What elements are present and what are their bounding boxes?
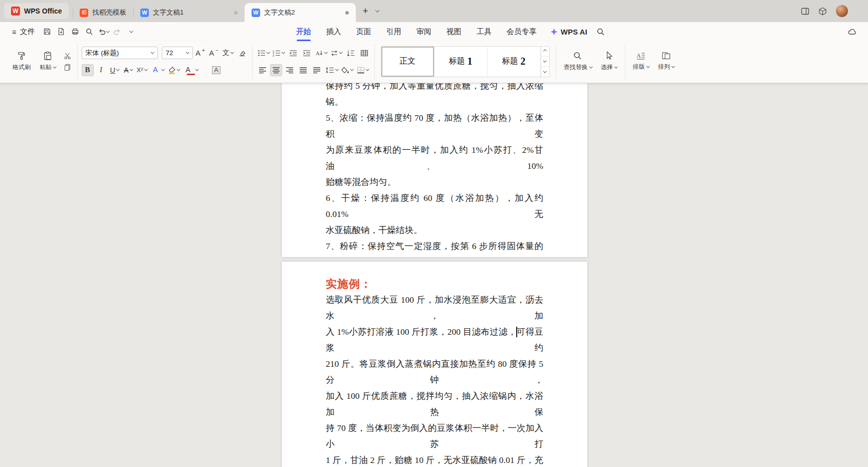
file-menu-button[interactable]: ≡ 文件 (7, 24, 40, 39)
home-tab-label: WPS Office (24, 7, 62, 15)
print-preview-button[interactable] (82, 25, 96, 39)
line-spacing-button[interactable] (324, 64, 339, 76)
style-scroll-down-button[interactable] (541, 56, 549, 66)
new-tab-button[interactable]: + (359, 5, 372, 18)
shrink-font-button[interactable]: A− (208, 47, 220, 59)
format-painter-button[interactable]: 格式刷 (9, 50, 34, 73)
tab-wps-ai[interactable]: WPS AI (544, 22, 593, 41)
bullet-list-button[interactable] (257, 47, 271, 59)
undo-icon (98, 28, 106, 36)
strikethrough-button[interactable]: A (122, 64, 134, 76)
paste-label: 粘贴 (40, 63, 52, 72)
redo-button[interactable] (110, 25, 124, 39)
select-button[interactable]: 选择 (597, 50, 621, 73)
print-button[interactable] (68, 25, 82, 39)
text-tool-icon: 文 (223, 48, 230, 58)
export-pdf-button[interactable] (54, 25, 68, 39)
search-button[interactable] (593, 24, 608, 39)
underline-button[interactable]: U (109, 64, 121, 76)
svg-text:3: 3 (273, 54, 274, 57)
char-shading-button[interactable]: A (210, 64, 223, 76)
decrease-indent-icon (289, 50, 297, 57)
decrease-indent-button[interactable] (287, 47, 299, 59)
style-gallery-expand-button[interactable] (541, 66, 549, 76)
increase-indent-button[interactable] (301, 47, 313, 59)
wps-home-tab[interactable]: W WPS Office (4, 3, 69, 19)
redo-icon (113, 28, 121, 36)
chevron-up-icon (543, 50, 546, 53)
doc-line: 1 斤，甘油 2 斤，贻糖 10 斤，无水亚硫酸钠 0.01 斤，充分 (326, 452, 543, 467)
eraser-icon (238, 49, 246, 57)
unsaved-dot (234, 11, 238, 15)
document-page-2[interactable]: 实施例： 选取风干优质大豆 100 斤，加水浸泡至膨大适宜，沥去水，加 入 1%… (282, 262, 587, 467)
style-heading-2[interactable]: 标题 2 (488, 47, 541, 77)
undo-button[interactable] (96, 25, 110, 39)
file-menu-label: 文件 (20, 27, 35, 37)
grow-font-button[interactable]: A+ (194, 47, 206, 59)
side-panel-button[interactable] (801, 8, 809, 15)
text-caret (516, 327, 517, 337)
find-replace-button[interactable]: 查找替换 (560, 50, 596, 73)
text-effects-button[interactable]: A (149, 64, 165, 76)
chevron-down-icon (129, 29, 133, 33)
numbered-list-button[interactable]: 123 (272, 47, 286, 59)
align-left-icon (259, 67, 267, 74)
doc-line: 持 70 度，当体积变为倒入的豆浆体积一半时，一次加入小苏打 (326, 420, 543, 452)
app-center-button[interactable] (818, 7, 827, 16)
align-center-button[interactable] (270, 64, 282, 76)
typeset-label: 排版 (633, 63, 645, 71)
style-heading-1[interactable]: 标题 1 (435, 47, 488, 77)
sort-button[interactable] (345, 47, 357, 59)
doc-line: 保持约 5 分钟，加入等重量优质蔗糖，搅匀，抽入浓缩锅。 (326, 83, 543, 110)
tab-page[interactable]: 页面 (349, 22, 379, 41)
tab-tools[interactable]: 工具 (469, 22, 499, 41)
tab-reference[interactable]: 引用 (379, 22, 409, 41)
highlight-button[interactable] (167, 64, 181, 76)
font-color-button[interactable]: A (182, 64, 209, 76)
tab-review[interactable]: 审阅 (409, 22, 439, 41)
text-tool-button[interactable]: 文 (222, 47, 235, 59)
save-button[interactable] (40, 25, 54, 39)
align-right-button[interactable] (284, 64, 296, 76)
justify-button[interactable] (297, 64, 309, 76)
tab-home[interactable]: 开始 (289, 22, 319, 41)
paste-button[interactable]: 粘贴 (36, 50, 60, 73)
wps-ai-label: WPS AI (561, 28, 587, 36)
arrange-button[interactable]: 排列 (655, 51, 678, 72)
cut-button[interactable] (64, 52, 71, 60)
document-page-1[interactable]: 保持约 5 分钟，加入等重量优质蔗糖，搅匀，抽入浓缩锅。 5、浓缩：保持温度约 … (282, 83, 587, 257)
format-painter-icon (17, 51, 27, 61)
tab-insert[interactable]: 插入 (319, 22, 349, 41)
borders-button[interactable] (356, 64, 370, 76)
style-label: 正文 (399, 56, 415, 67)
avatar[interactable] (836, 5, 848, 17)
superscript-button[interactable]: X² (136, 64, 148, 76)
tab-view[interactable]: 视图 (439, 22, 469, 41)
font-name-select[interactable]: 宋体 (标题) (82, 47, 158, 59)
tab-docer-templates[interactable]: 稻 找稻壳模板 (73, 3, 133, 22)
style-normal[interactable]: 正文 (381, 47, 435, 77)
text-direction-button[interactable]: A (314, 47, 328, 59)
copy-button[interactable] (64, 64, 71, 71)
clear-format-button[interactable] (236, 47, 248, 59)
distribute-button[interactable] (311, 64, 323, 76)
bold-button[interactable]: B (82, 64, 94, 76)
shading-button[interactable] (340, 64, 354, 76)
align-left-button[interactable] (257, 64, 269, 76)
table-icon (360, 50, 368, 57)
typeset-button[interactable]: A 排版 (629, 51, 653, 72)
insert-table-button[interactable] (358, 47, 370, 59)
cjk-layout-button[interactable] (329, 47, 343, 59)
tab-document-2[interactable]: W 文字文稿2 (245, 3, 356, 22)
tab-document-1[interactable]: W 文字文稿1 (133, 3, 245, 22)
doc-line: 为原来豆浆体积的一半时，加入约 1%小苏打、2%甘油、10% (326, 142, 543, 174)
more-commands-button[interactable] (124, 25, 138, 39)
chevron-down-icon (614, 65, 617, 68)
italic-button[interactable]: I (95, 64, 107, 76)
cloud-sync-button[interactable] (847, 28, 858, 36)
tab-member[interactable]: 会员专享 (499, 22, 544, 41)
font-size-select[interactable]: 72 (162, 47, 193, 59)
tab-list-button[interactable] (372, 5, 383, 18)
style-scroll-up-button[interactable] (541, 47, 549, 56)
tab-label: 文字文稿2 (264, 8, 295, 17)
